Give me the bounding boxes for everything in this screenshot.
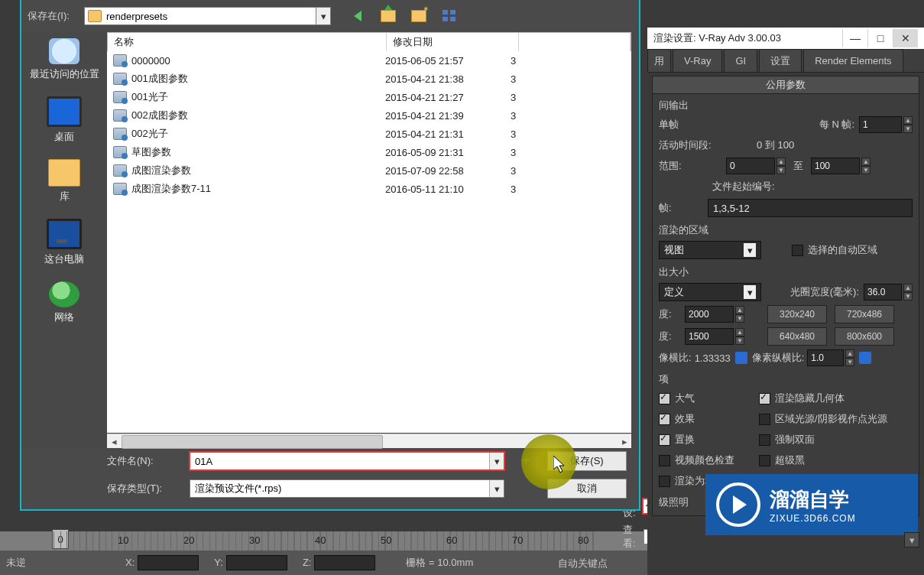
up-folder-icon[interactable] — [380, 8, 397, 24]
file-name: 草图参数 — [131, 145, 171, 159]
opt-active-time[interactable]: 活动时间段: — [659, 138, 726, 152]
chk-superblack[interactable] — [759, 455, 770, 466]
render-title-text: 渲染设置: V-Ray Adv 3.00.03 — [653, 31, 781, 45]
common-params-header[interactable]: 公用参数 — [653, 76, 919, 94]
range-to-spinner[interactable]: ▲▼ — [861, 158, 871, 174]
chk-effects[interactable] — [659, 414, 670, 425]
ruler-tick: 40 — [315, 534, 326, 546]
ruler-tick: 50 — [381, 534, 391, 546]
scroll-thumb[interactable] — [122, 435, 383, 449]
coord-z-input[interactable] — [314, 555, 375, 570]
save-in-path[interactable]: renderpresets — [84, 7, 316, 25]
tab-settings[interactable]: 设置 — [759, 49, 802, 72]
range-from[interactable]: 0 — [726, 158, 775, 174]
col-date[interactable]: 修改日期 — [387, 33, 519, 51]
lock-iar-icon[interactable] — [735, 352, 747, 364]
size-720x486[interactable]: 720x486 — [835, 305, 894, 323]
close-icon[interactable]: ✕ — [893, 29, 918, 47]
active-range-text: 0 到 100 — [757, 138, 794, 152]
every-n-value[interactable]: 1 — [859, 116, 902, 133]
chk-atmosphere[interactable] — [659, 393, 670, 404]
tab-vray[interactable]: V-Ray — [673, 49, 722, 72]
width-value[interactable]: 2000 — [685, 306, 734, 323]
file-name: 002成图参数 — [131, 109, 188, 122]
size-640x480[interactable]: 640x480 — [767, 327, 827, 346]
maximize-icon[interactable]: □ — [867, 29, 893, 47]
range-to[interactable]: 100 — [811, 158, 860, 174]
filename-dropdown[interactable]: ▾ — [489, 453, 504, 469]
col-rest[interactable] — [519, 33, 631, 51]
lock-par-icon[interactable] — [859, 352, 871, 364]
chk-video-color[interactable] — [659, 455, 670, 466]
aperture-spinner[interactable]: ▲▼ — [903, 284, 913, 300]
minimize-icon[interactable]: — — [842, 29, 867, 47]
every-n-spinner[interactable]: ▲▼ — [903, 116, 913, 133]
file-row[interactable]: 001光子2015-04-21 21:273 — [107, 88, 631, 106]
opt-frames[interactable]: 帧: — [659, 201, 697, 215]
chk-area-lights[interactable] — [759, 414, 770, 425]
filename-input[interactable] — [190, 453, 489, 469]
place-network[interactable]: 网络 — [21, 275, 107, 333]
ruler-tick: 30 — [249, 534, 260, 546]
par-value[interactable]: 1.0 — [807, 349, 844, 366]
file-row[interactable]: 草图参数2016-05-09 21:313 — [107, 143, 631, 161]
file-row[interactable]: 001成图参数2015-04-21 21:383 — [107, 70, 631, 88]
size-select[interactable]: 定义▾ — [659, 283, 761, 301]
path-dropdown[interactable]: ▾ — [316, 7, 331, 25]
filetype-combo[interactable]: ▾ — [190, 479, 504, 498]
new-folder-icon[interactable] — [410, 8, 427, 24]
coord-x-input[interactable] — [138, 555, 199, 570]
auto-region-check[interactable] — [792, 245, 803, 256]
horizontal-scrollbar[interactable]: ◂ ▸ — [107, 434, 631, 448]
place-recent[interactable]: 最近访问的位置 — [21, 32, 107, 90]
place-this-pc[interactable]: 这台电脑 — [21, 213, 107, 275]
aperture-value[interactable]: 36.0 — [864, 284, 902, 300]
chk-force-2side[interactable] — [759, 434, 770, 446]
view-dropdown-icon[interactable]: ▾ — [904, 532, 919, 547]
view-mode-icon[interactable] — [441, 8, 458, 24]
file-row[interactable]: 00000002015-06-05 21:573 — [107, 51, 631, 70]
lbl-hidden-geom: 渲染隐藏几何体 — [775, 391, 845, 405]
area-select[interactable]: 视图▾ — [659, 241, 761, 259]
file-extra: 3 — [504, 165, 631, 177]
opt-range[interactable]: 范围: — [659, 159, 726, 173]
file-row[interactable]: 002成图参数2015-04-21 21:393 — [107, 106, 631, 125]
file-row[interactable]: 002光子2015-04-21 21:313 — [107, 125, 631, 143]
filetype-dropdown[interactable]: ▾ — [489, 480, 504, 497]
file-row[interactable]: 成图渲染参数7-112016-05-11 21:103 — [107, 180, 631, 198]
place-desktop[interactable]: 桌面 — [21, 90, 107, 153]
filetype-input[interactable] — [190, 480, 489, 497]
scroll-left-icon[interactable]: ◂ — [107, 434, 121, 448]
add-icon[interactable]: + — [517, 452, 535, 470]
iar-value: 1.33333 — [695, 352, 731, 364]
chk-render-field[interactable] — [659, 476, 670, 487]
opt-single-frame[interactable]: 单帧 — [659, 118, 726, 132]
chk-displace[interactable] — [659, 434, 670, 446]
autokey-label[interactable]: 自动关键点 — [558, 557, 608, 570]
file-name: 0000000 — [131, 55, 170, 67]
tab-gi[interactable]: GI — [724, 49, 757, 72]
scroll-right-icon[interactable]: ▸ — [618, 434, 631, 448]
file-list-header[interactable]: 名称 修改日期 — [107, 32, 631, 52]
file-row[interactable]: 成图渲染参数2015-07-09 22:583 — [107, 161, 631, 180]
height-spinner[interactable]: ▲▼ — [735, 328, 744, 345]
render-panel-title[interactable]: 渲染设置: V-Ray Adv 3.00.03 — □ ✕ — [647, 28, 924, 49]
cancel-button[interactable]: 取消 — [547, 479, 627, 499]
size-800x600[interactable]: 800x600 — [835, 327, 894, 346]
frames-input[interactable]: 1,3,5-12 — [708, 199, 913, 217]
filename-combo[interactable]: ▾ — [190, 452, 504, 470]
height-label: 度: — [659, 330, 685, 343]
range-from-spinner[interactable]: ▲▼ — [776, 158, 786, 174]
height-value[interactable]: 1500 — [685, 328, 734, 345]
back-icon[interactable] — [349, 8, 366, 24]
col-name[interactable]: 名称 — [108, 33, 387, 51]
size-320x240[interactable]: 320x240 — [767, 305, 827, 323]
width-spinner[interactable]: ▲▼ — [735, 306, 744, 323]
tab-elements[interactable]: Render Elements — [803, 49, 903, 72]
chk-hidden-geom[interactable] — [759, 393, 770, 404]
par-spinner[interactable]: ▲▼ — [845, 349, 854, 366]
coord-y-input[interactable] — [226, 555, 287, 570]
place-library[interactable]: 库 — [21, 153, 107, 213]
tab-common[interactable]: 用 — [647, 49, 671, 72]
save-button[interactable]: 保存(S) — [547, 451, 627, 471]
